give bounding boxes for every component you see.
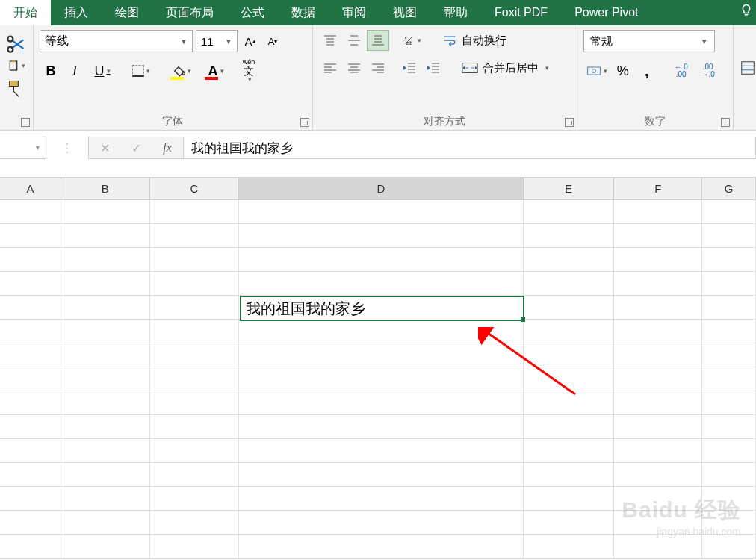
selected-cell-value: 我的祖国我的家乡	[246, 299, 365, 319]
col-header-C[interactable]: C	[150, 178, 240, 199]
italic-button[interactable]: I	[63, 58, 86, 84]
align-bottom-button[interactable]	[367, 30, 389, 51]
name-box[interactable]: ▼	[0, 137, 46, 159]
insert-function-button[interactable]: fx	[152, 137, 183, 158]
decrease-indent-button[interactable]	[398, 57, 421, 78]
chevron-down-icon: ▼	[34, 144, 41, 152]
svg-rect-6	[587, 67, 600, 75]
tab-insert[interactable]: 插入	[51, 0, 102, 25]
tab-power-pivot[interactable]: Power Pivot	[561, 0, 651, 25]
styles-group-edge	[734, 25, 756, 130]
cancel-edit-button[interactable]: ✕	[89, 137, 120, 158]
tab-formulas[interactable]: 公式	[227, 0, 278, 25]
font-size-value: 11	[201, 35, 214, 48]
cut-icon[interactable]	[6, 33, 27, 54]
svg-rect-8	[742, 62, 755, 75]
font-group-label: 字体	[34, 115, 312, 128]
align-top-button[interactable]	[319, 30, 341, 51]
tab-page-layout[interactable]: 页面布局	[152, 0, 227, 25]
font-size-combo[interactable]: 11 ▼	[196, 30, 238, 52]
comma-style-button[interactable]: ,	[636, 58, 658, 84]
chevron-down-icon: ▼	[701, 37, 708, 46]
format-painter-icon[interactable]	[6, 78, 27, 99]
grow-font-button[interactable]: A▴	[241, 30, 260, 52]
font-name-value: 等线	[45, 34, 69, 49]
clipboard-group	[0, 25, 34, 130]
wrap-text-button[interactable]: 自动换行	[436, 30, 513, 51]
col-header-D[interactable]: D	[239, 178, 523, 199]
spreadsheet-grid: A B C D E F G 我的祖国我的家乡	[0, 178, 756, 559]
shrink-font-button[interactable]: A▾	[263, 30, 282, 52]
chevron-down-icon: ▼	[225, 37, 232, 46]
phonetic-guide-button[interactable]: wén文	[234, 58, 264, 84]
number-format-value: 常规	[590, 34, 613, 49]
ribbon: 等线 ▼ 11 ▼ A▴ A▾ B I U A w	[0, 25, 756, 131]
svg-text:ab: ab	[406, 40, 412, 46]
orientation-button[interactable]: ab	[398, 30, 425, 51]
column-headers: A B C D E F G	[0, 178, 756, 200]
grid-rows[interactable]	[0, 200, 756, 559]
selected-cell[interactable]: 我的祖国我的家乡	[240, 296, 524, 321]
tab-home[interactable]: 开始	[0, 0, 51, 25]
tab-view[interactable]: 视图	[379, 0, 430, 25]
formula-bar: ▼ ⋮ ✕ ✓ fx 我的祖国我的家乡	[0, 131, 756, 178]
increase-decimal-button[interactable]: ←.0.00	[669, 58, 694, 84]
number-dialog-launcher[interactable]	[721, 118, 730, 127]
tab-draw[interactable]: 绘图	[102, 0, 152, 25]
svg-point-1	[7, 47, 13, 52]
merge-label: 合并后居中	[483, 61, 539, 75]
fill-color-button[interactable]	[165, 58, 198, 84]
font-group: 等线 ▼ 11 ▼ A▴ A▾ B I U A w	[34, 25, 313, 130]
paint-bucket-icon	[172, 64, 185, 78]
svg-point-0	[7, 37, 13, 42]
align-left-button[interactable]	[319, 57, 341, 78]
tab-help[interactable]: 帮助	[430, 0, 481, 25]
paste-dropdown[interactable]	[6, 57, 27, 75]
ribbon-tabs: 开始 插入 绘图 页面布局 公式 数据 审阅 视图 帮助 Foxit PDF P…	[0, 0, 756, 25]
wrap-text-label: 自动换行	[462, 34, 506, 48]
underline-button[interactable]: U	[87, 58, 117, 84]
svg-rect-5	[462, 63, 477, 73]
decrease-decimal-button[interactable]: .00→.0	[695, 58, 721, 84]
formula-bar-buttons: ✕ ✓ fx	[88, 137, 184, 159]
col-header-F[interactable]: F	[614, 178, 702, 199]
percent-button[interactable]: %	[612, 58, 634, 84]
tab-data[interactable]: 数据	[278, 0, 329, 25]
col-header-A[interactable]: A	[0, 178, 61, 199]
number-format-combo[interactable]: 常规 ▼	[583, 30, 715, 52]
font-dialog-launcher[interactable]	[300, 118, 309, 127]
alignment-group: ab 自动换行 合并后居中 对齐方式	[313, 25, 577, 130]
formula-bar-divider: ⋮	[46, 137, 88, 159]
formula-value: 我的祖国我的家乡	[191, 140, 293, 157]
borders-button[interactable]	[126, 58, 156, 84]
tab-foxit-pdf[interactable]: Foxit PDF	[481, 0, 561, 25]
col-header-G[interactable]: G	[702, 178, 756, 199]
merge-center-button[interactable]: 合并后居中	[455, 55, 556, 81]
number-group: 常规 ▼ % , ←.0.00 .00→.0 数字	[577, 25, 734, 130]
svg-rect-3	[11, 60, 15, 63]
number-group-label: 数字	[577, 115, 733, 128]
alignment-group-label: 对齐方式	[313, 115, 577, 128]
bold-button[interactable]: B	[40, 58, 62, 84]
merge-icon	[462, 62, 478, 74]
alignment-dialog-launcher[interactable]	[565, 118, 574, 127]
col-header-B[interactable]: B	[61, 178, 150, 199]
increase-indent-button[interactable]	[422, 57, 444, 78]
tab-review[interactable]: 审阅	[329, 0, 379, 25]
wrap-text-icon	[442, 34, 457, 47]
col-header-E[interactable]: E	[524, 178, 615, 199]
font-color-button[interactable]: A	[199, 58, 232, 84]
align-middle-button[interactable]	[343, 30, 365, 51]
conditional-format-icon[interactable]	[740, 60, 756, 76]
align-center-button[interactable]	[343, 57, 365, 78]
formula-input[interactable]: 我的祖国我的家乡	[184, 137, 756, 159]
border-icon	[132, 65, 144, 77]
svg-rect-2	[10, 61, 16, 70]
confirm-edit-button[interactable]: ✓	[120, 137, 152, 158]
tell-me-icon[interactable]	[740, 3, 753, 19]
align-right-button[interactable]	[367, 57, 389, 78]
accounting-format-button[interactable]	[583, 58, 610, 84]
fill-handle[interactable]	[521, 317, 525, 322]
font-name-combo[interactable]: 等线 ▼	[40, 30, 193, 52]
clipboard-dialog-launcher[interactable]	[21, 118, 30, 127]
